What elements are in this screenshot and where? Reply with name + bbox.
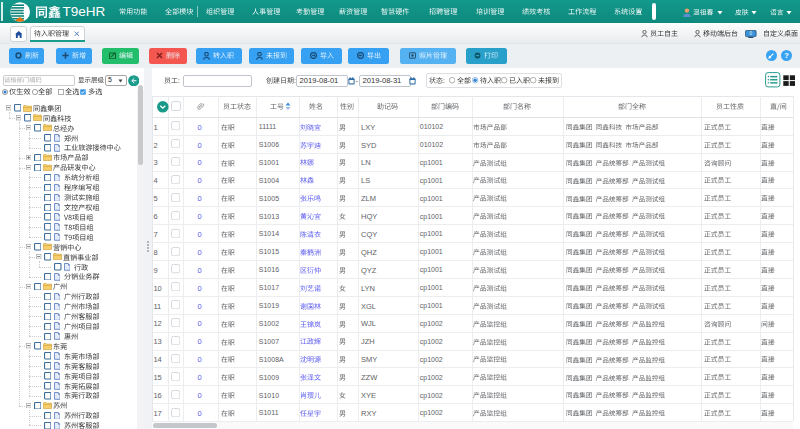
svg-text:?: ? bbox=[784, 51, 789, 60]
